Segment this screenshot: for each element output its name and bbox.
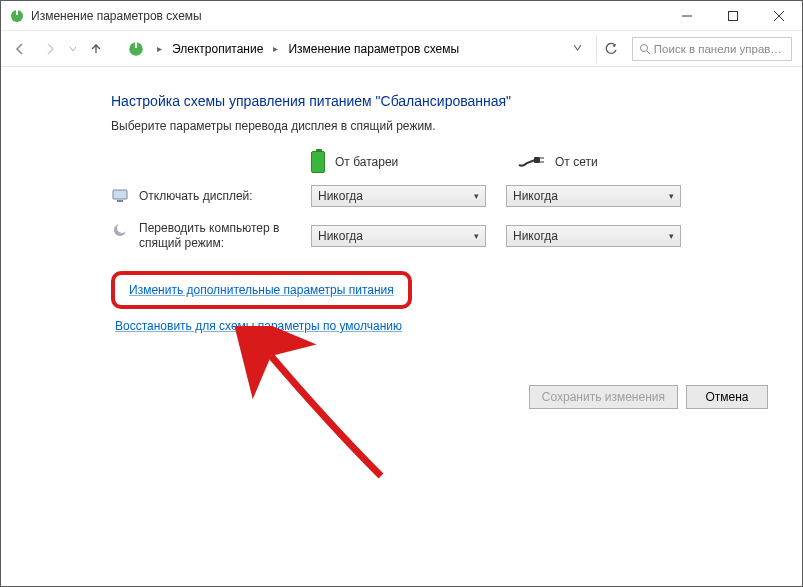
search-icon [639,43,650,55]
dialog-buttons: Сохранить изменения Отмена [529,385,768,409]
sleep-label-group: Переводить компьютер в спящий режим: [111,221,311,251]
chevron-right-icon[interactable]: ▸ [273,43,278,54]
svg-point-8 [641,44,648,51]
svg-rect-1 [16,10,18,15]
chevron-down-icon: ▾ [669,231,674,241]
window-title: Изменение параметров схемы [31,9,664,23]
plug-icon [517,155,545,169]
battery-column-header: От батареи [311,151,461,173]
breadcrumb-current[interactable]: Изменение параметров схемы [286,40,461,58]
breadcrumb-dropdown[interactable] [563,43,592,54]
monitor-icon [111,187,129,205]
display-off-battery-value: Никогда [318,189,363,203]
restore-defaults-link[interactable]: Восстановить для схемы параметры по умол… [115,319,402,333]
svg-line-9 [647,51,650,54]
display-off-label: Отключать дисплей: [139,189,253,203]
display-off-ac-dropdown[interactable]: Никогда ▾ [506,185,681,207]
chevron-right-icon[interactable]: ▸ [157,43,162,54]
save-button-label: Сохранить изменения [542,390,665,404]
display-off-label-group: Отключать дисплей: [111,187,311,205]
svg-point-16 [117,223,127,233]
close-button[interactable] [756,1,802,31]
nav-up-button[interactable] [83,36,109,62]
svg-rect-14 [117,200,123,202]
window-controls [664,1,802,31]
breadcrumb-root[interactable]: Электропитание [170,40,265,58]
chevron-down-icon: ▾ [669,191,674,201]
refresh-button[interactable] [596,35,624,63]
display-off-ac-value: Никогда [513,189,558,203]
moon-icon [111,221,129,239]
setting-row-display-off: Отключать дисплей: Никогда ▾ Никогда ▾ [111,185,762,207]
svg-rect-10 [534,157,540,163]
page-subtitle: Выберите параметры перевода дисплея в сп… [111,119,762,133]
ac-column-header: От сети [517,155,667,169]
sleep-ac-value: Никогда [513,229,558,243]
display-off-battery-dropdown[interactable]: Никогда ▾ [311,185,486,207]
power-plan-icon [9,8,25,24]
sleep-ac-dropdown[interactable]: Никогда ▾ [506,225,681,247]
setting-row-sleep: Переводить компьютер в спящий режим: Ник… [111,221,762,251]
svg-rect-7 [135,42,137,48]
annotation-arrow [231,326,411,496]
cancel-button-label: Отмена [705,390,748,404]
battery-icon [311,151,325,173]
advanced-link-highlight: Изменить дополнительные параметры питани… [111,271,412,309]
chevron-down-icon: ▾ [474,191,479,201]
advanced-settings-link[interactable]: Изменить дополнительные параметры питани… [129,283,394,297]
cancel-button[interactable]: Отмена [686,385,768,409]
search-placeholder: Поиск в панели управлен... [654,43,785,55]
window-frame: Изменение параметров схемы [0,0,803,587]
battery-label: От батареи [335,155,398,169]
minimize-button[interactable] [664,1,710,31]
ac-label: От сети [555,155,598,169]
svg-rect-13 [113,190,127,199]
nav-history-dropdown[interactable] [69,42,77,56]
sleep-label: Переводить компьютер в спящий режим: [139,221,311,251]
save-button[interactable]: Сохранить изменения [529,385,678,409]
svg-rect-3 [729,11,738,20]
sleep-battery-value: Никогда [318,229,363,243]
nav-back-button[interactable] [7,36,33,62]
page-title: Настройка схемы управления питанием "Сба… [111,93,762,109]
maximize-button[interactable] [710,1,756,31]
titlebar: Изменение параметров схемы [1,1,802,31]
column-headers: От батареи От сети [311,151,762,173]
breadcrumb-icon [127,40,145,58]
toolbar: ▸ Электропитание ▸ Изменение параметров … [1,31,802,67]
nav-forward-button[interactable] [37,36,63,62]
sleep-battery-dropdown[interactable]: Никогда ▾ [311,225,486,247]
search-input[interactable]: Поиск в панели управлен... [632,37,792,61]
content-area: Настройка схемы управления питанием "Сба… [1,67,802,333]
chevron-down-icon: ▾ [474,231,479,241]
